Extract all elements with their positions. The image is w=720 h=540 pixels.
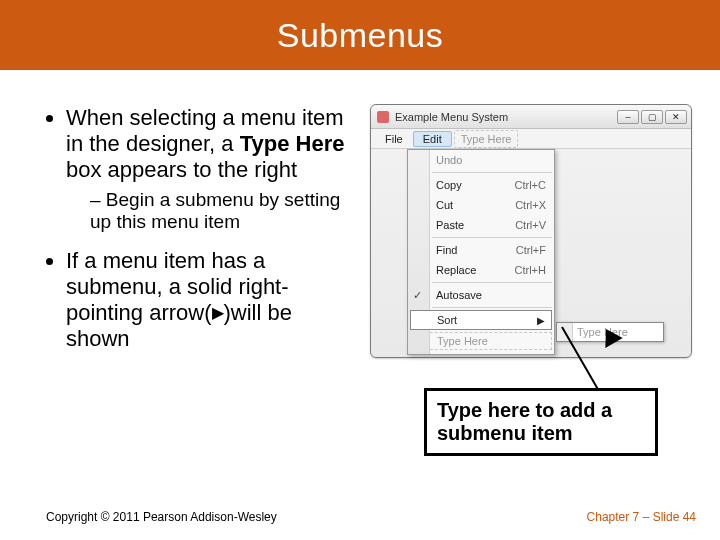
copyright: Copyright © 2011 Pearson Addison-Wesley: [46, 510, 277, 524]
menu-item-cut[interactable]: Cut Ctrl+X: [408, 195, 554, 215]
window-controls: – ▢ ✕: [617, 110, 687, 124]
edit-dropdown: Undo Copy Ctrl+C Cut Ctrl+X Paste Ctrl+V…: [407, 149, 555, 355]
window-titlebar: Example Menu System – ▢ ✕: [371, 105, 691, 129]
page-title: Submenus: [277, 16, 444, 55]
menu-separator: [432, 282, 552, 283]
designer-window: Example Menu System – ▢ ✕ File Edit Type…: [370, 104, 692, 358]
menu-item-find[interactable]: Find Ctrl+F: [408, 240, 554, 260]
menubar-file[interactable]: File: [375, 131, 413, 147]
menu-item-label: Replace: [436, 264, 476, 276]
bullet-1-bold: Type Here: [240, 131, 345, 156]
menubar-typehere[interactable]: Type Here: [454, 130, 519, 148]
menu-item-autosave[interactable]: ✓ Autosave: [408, 285, 554, 305]
slide-reference: Chapter 7 – Slide 44: [587, 510, 696, 524]
menu-item-label: Type Here: [437, 335, 488, 347]
menu-item-copy[interactable]: Copy Ctrl+C: [408, 175, 554, 195]
right-arrow-icon: ▶: [212, 304, 224, 323]
menu-item-label: Undo: [436, 154, 462, 166]
menu-item-replace[interactable]: Replace Ctrl+H: [408, 260, 554, 280]
callout-box: Type here to add a submenu item: [424, 388, 658, 456]
bullet-1-sub: Begin a submenu by setting up this menu …: [90, 189, 356, 234]
menu-item-label: Paste: [436, 219, 464, 231]
close-button[interactable]: ✕: [665, 110, 687, 124]
bullet-2: If a menu item has a submenu, a solid ri…: [66, 248, 356, 352]
menubar: File Edit Type Here: [371, 129, 691, 149]
menubar-edit[interactable]: Edit: [413, 131, 452, 147]
bullet-1-text-post: box appears to the right: [66, 157, 297, 182]
menu-separator: [432, 172, 552, 173]
menu-shortcut: Ctrl+F: [516, 244, 546, 256]
minimize-button[interactable]: –: [617, 110, 639, 124]
callout-text: Type here to add a submenu item: [437, 399, 612, 444]
menu-item-sort[interactable]: Sort ▶: [410, 310, 552, 330]
menu-shortcut: Ctrl+V: [515, 219, 546, 231]
menu-shortcut: Ctrl+C: [515, 179, 546, 191]
menu-item-label: Copy: [436, 179, 462, 191]
menu-item-label: Autosave: [436, 289, 482, 301]
maximize-button[interactable]: ▢: [641, 110, 663, 124]
menu-item-label: Find: [436, 244, 457, 256]
menu-separator: [432, 307, 552, 308]
window-title: Example Menu System: [395, 111, 611, 123]
bullet-1: When selecting a menu item in the design…: [66, 105, 356, 234]
bullet-content: When selecting a menu item in the design…: [46, 105, 356, 359]
check-icon: ✓: [413, 289, 422, 302]
menu-item-paste[interactable]: Paste Ctrl+V: [408, 215, 554, 235]
app-icon: [377, 111, 389, 123]
menu-item-typehere[interactable]: Type Here: [410, 332, 552, 350]
menu-shortcut: Ctrl+H: [515, 264, 546, 276]
menu-separator: [432, 237, 552, 238]
menu-item-label: Sort: [437, 314, 457, 326]
menu-shortcut: Ctrl+X: [515, 199, 546, 211]
menu-item-undo[interactable]: Undo: [408, 150, 554, 170]
title-bar: Submenus: [0, 0, 720, 70]
menu-item-label: Cut: [436, 199, 453, 211]
submenu-arrow-icon: ▶: [537, 315, 545, 326]
